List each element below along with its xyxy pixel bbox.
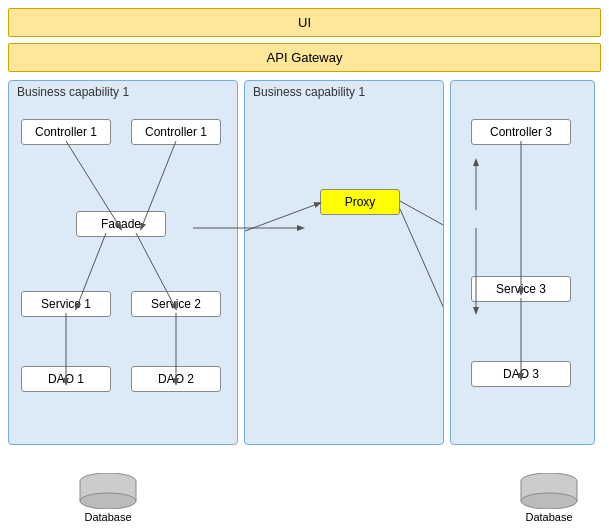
proxy-box: Proxy — [320, 189, 400, 215]
middle-arrows-svg — [245, 81, 443, 444]
svg-point-16 — [80, 493, 136, 509]
service1-label: Service 1 — [41, 297, 91, 311]
proxy-label: Proxy — [345, 195, 376, 209]
dao1-label: DAO 1 — [48, 372, 84, 386]
main-area: Business capability 1 Controller 1 Contr… — [8, 80, 601, 480]
left-capability-box: Business capability 1 Controller 1 Contr… — [8, 80, 238, 445]
diagram-container: UI API Gateway Business capability 1 Con… — [0, 0, 609, 531]
left-database: Database — [78, 473, 138, 523]
right-db-icon — [519, 473, 579, 509]
svg-line-6 — [400, 201, 443, 226]
controller1-left-label: Controller 1 — [35, 125, 97, 139]
facade-label: Facade — [101, 217, 141, 231]
controller1-right-label: Controller 1 — [145, 125, 207, 139]
controller1-left: Controller 1 — [21, 119, 111, 145]
middle-capability-label: Business capability 1 — [245, 81, 443, 103]
facade-box: Facade — [76, 211, 166, 237]
left-capability-label: Business capability 1 — [9, 81, 237, 103]
dao3-box: DAO 3 — [471, 361, 571, 387]
controller1-right: Controller 1 — [131, 119, 221, 145]
controller3-box: Controller 3 — [471, 119, 571, 145]
svg-line-8 — [245, 203, 320, 231]
gateway-bar: API Gateway — [8, 43, 601, 72]
right-database: Database — [519, 473, 579, 523]
right-capability-box: Controller 3 Service 3 DAO 3 — [450, 80, 595, 445]
dao3-label: DAO 3 — [503, 367, 539, 381]
service2-box: Service 2 — [131, 291, 221, 317]
ui-label: UI — [298, 15, 311, 30]
dao2-box: DAO 2 — [131, 366, 221, 392]
ui-bar: UI — [8, 8, 601, 37]
controller3-label: Controller 3 — [490, 125, 552, 139]
svg-line-7 — [400, 209, 443, 311]
left-db-label: Database — [84, 511, 131, 523]
left-db-icon — [78, 473, 138, 509]
dao1-box: DAO 1 — [21, 366, 111, 392]
right-db-label: Database — [525, 511, 572, 523]
gateway-label: API Gateway — [267, 50, 343, 65]
svg-point-21 — [521, 493, 577, 509]
middle-capability-box: Business capability 1 Proxy — [244, 80, 444, 445]
service2-label: Service 2 — [151, 297, 201, 311]
service3-label: Service 3 — [496, 282, 546, 296]
service1-box: Service 1 — [21, 291, 111, 317]
service3-box: Service 3 — [471, 276, 571, 302]
dao2-label: DAO 2 — [158, 372, 194, 386]
